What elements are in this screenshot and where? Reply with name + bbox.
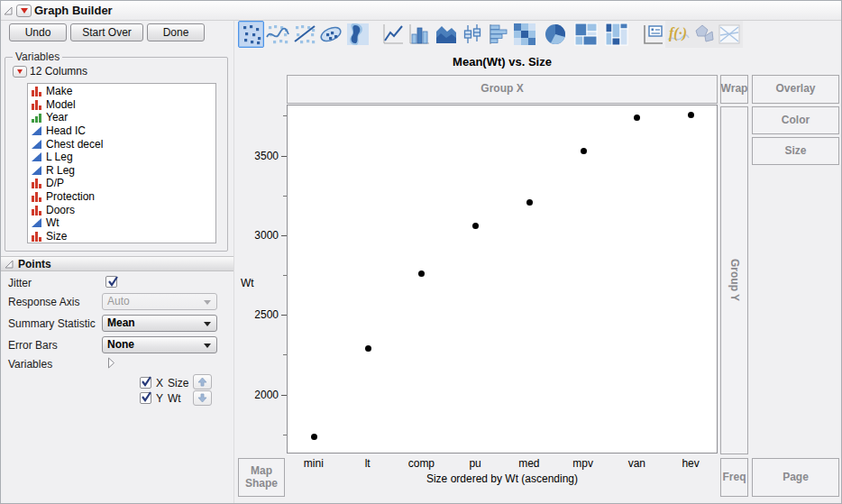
- group-x-drop-zone[interactable]: Group X: [287, 75, 718, 104]
- arrow-down-icon: [197, 393, 207, 403]
- data-point-med[interactable]: [526, 199, 533, 206]
- columns-red-triangle-menu-icon[interactable]: [13, 66, 27, 78]
- x-tick-label-van: van: [628, 457, 645, 470]
- map-shape-drop-zone[interactable]: Map Shape: [238, 458, 285, 497]
- variable-label: Year: [46, 111, 68, 124]
- variable-item-r-leg[interactable]: R Leg: [28, 164, 215, 178]
- variable-item-model[interactable]: Model: [28, 98, 215, 112]
- chevron-down-icon: [204, 300, 211, 305]
- graph-builder-window: Graph Builder Undo Start Over Done f(·) …: [0, 0, 842, 504]
- move-up-button[interactable]: [193, 374, 212, 389]
- summary-statistic-label: Summary Statistic: [8, 317, 96, 330]
- points-disclosure-open-icon[interactable]: [5, 260, 14, 269]
- variable-item-chest-decel[interactable]: Chest decel: [28, 137, 215, 151]
- plot-area[interactable]: [287, 105, 718, 454]
- data-point-mini[interactable]: [311, 434, 317, 440]
- y-tick-mark: [281, 235, 287, 236]
- response-axis-label: Response Axis: [8, 296, 79, 308]
- variable-label: Make: [46, 85, 72, 97]
- ellipse-icon[interactable]: [318, 21, 344, 48]
- error-bars-value: None: [107, 338, 134, 351]
- variable-item-doors[interactable]: Doors: [28, 203, 215, 216]
- y-tick-label: 2000: [237, 389, 279, 401]
- undo-button[interactable]: Undo: [9, 23, 67, 41]
- error-bars-label: Error Bars: [8, 339, 58, 352]
- heatmap-icon[interactable]: [511, 21, 537, 48]
- variable-item-d-p[interactable]: D/P: [28, 177, 215, 190]
- variables-panel: Variables 12 Columns MakeModelYearHead I…: [5, 57, 228, 252]
- variable-item-make[interactable]: Make: [28, 85, 215, 98]
- ordinal-column-icon: [31, 112, 42, 123]
- red-triangle-menu-icon[interactable]: [16, 5, 32, 17]
- jitter-label: Jitter: [8, 277, 32, 289]
- variable-item-protection[interactable]: Protection: [28, 190, 215, 204]
- treemap-icon[interactable]: [572, 21, 599, 48]
- data-point-mpv[interactable]: [581, 148, 587, 154]
- nominal-column-icon: [31, 178, 42, 188]
- freq-drop-zone[interactable]: Freq: [720, 458, 748, 497]
- line-icon[interactable]: [380, 21, 406, 48]
- variable-label: Chest decel: [46, 138, 103, 151]
- start-over-button[interactable]: Start Over: [70, 23, 143, 41]
- y-tick-label: 3000: [237, 229, 279, 242]
- contour-icon[interactable]: [344, 21, 371, 48]
- window-title: Graph Builder: [34, 4, 113, 17]
- continuous-column-icon: [31, 165, 42, 176]
- histogram-icon[interactable]: [486, 21, 512, 48]
- area-icon[interactable]: [433, 21, 459, 48]
- smoother-icon[interactable]: [265, 21, 291, 48]
- done-button[interactable]: Done: [147, 23, 205, 41]
- line-of-fit-icon[interactable]: [291, 21, 317, 48]
- role-row-y: YWt: [140, 390, 188, 406]
- caption-box-icon[interactable]: [639, 21, 665, 48]
- variable-item-size[interactable]: Size: [28, 230, 215, 243]
- response-axis-select[interactable]: Auto: [102, 293, 217, 310]
- points-panel-header[interactable]: Points: [1, 256, 233, 271]
- variables-list[interactable]: MakeModelYearHead ICChest decelL LegR Le…: [27, 83, 216, 243]
- role-variable-label: Wt: [168, 392, 181, 405]
- variable-item-wt[interactable]: Wt: [28, 216, 215, 230]
- x-tick-label-lt: lt: [365, 457, 371, 470]
- wrap-drop-zone[interactable]: Wrap: [720, 75, 748, 104]
- role-axis-label: X: [156, 377, 163, 389]
- y-minor-tick-mark: [283, 435, 287, 435]
- page-drop-zone[interactable]: Page: [752, 458, 839, 497]
- parallel-icon: [717, 21, 743, 48]
- color-drop-zone[interactable]: Color: [752, 106, 839, 134]
- data-point-van[interactable]: [634, 115, 640, 121]
- box-plot-icon[interactable]: [460, 21, 486, 48]
- data-point-comp[interactable]: [418, 270, 425, 277]
- variable-item-year[interactable]: Year: [28, 111, 215, 124]
- bar-icon[interactable]: [407, 21, 433, 48]
- disclosure-open-icon[interactable]: [4, 6, 13, 15]
- pie-icon[interactable]: [542, 21, 568, 48]
- role-checkbox-y[interactable]: [140, 392, 151, 404]
- data-point-lt[interactable]: [365, 345, 371, 352]
- variable-item-l-leg[interactable]: L Leg: [28, 151, 215, 164]
- y-axis-title: Wt: [241, 277, 254, 289]
- error-bars-select[interactable]: None: [102, 336, 217, 353]
- jitter-checkbox[interactable]: [105, 276, 117, 288]
- overlay-drop-zone[interactable]: Overlay: [752, 75, 839, 104]
- variable-label: R Leg: [46, 164, 75, 177]
- y-tick-mark: [281, 156, 287, 157]
- points-icon[interactable]: [238, 21, 264, 48]
- role-checkbox-x[interactable]: [140, 377, 151, 389]
- map-shapes-icon: [691, 21, 717, 48]
- collapsed-triangle-icon[interactable]: [107, 357, 115, 369]
- size-drop-zone[interactable]: Size: [752, 137, 839, 165]
- mosaic-icon[interactable]: [603, 21, 629, 48]
- data-point-hev[interactable]: [688, 112, 694, 118]
- move-down-button[interactable]: [193, 390, 212, 406]
- nominal-column-icon: [31, 205, 42, 215]
- summary-statistic-select[interactable]: Mean: [102, 315, 217, 332]
- x-tick-label-hev: hev: [682, 457, 699, 470]
- check-icon: [107, 275, 119, 289]
- data-point-pu[interactable]: [472, 223, 479, 229]
- x-tick-label-mpv: mpv: [572, 457, 593, 470]
- window-header: Graph Builder: [1, 1, 841, 21]
- group-y-drop-zone[interactable]: Group Y: [720, 106, 748, 454]
- variable-label: Model: [46, 98, 76, 111]
- continuous-column-icon: [31, 139, 42, 150]
- variable-item-head-ic[interactable]: Head IC: [28, 124, 215, 138]
